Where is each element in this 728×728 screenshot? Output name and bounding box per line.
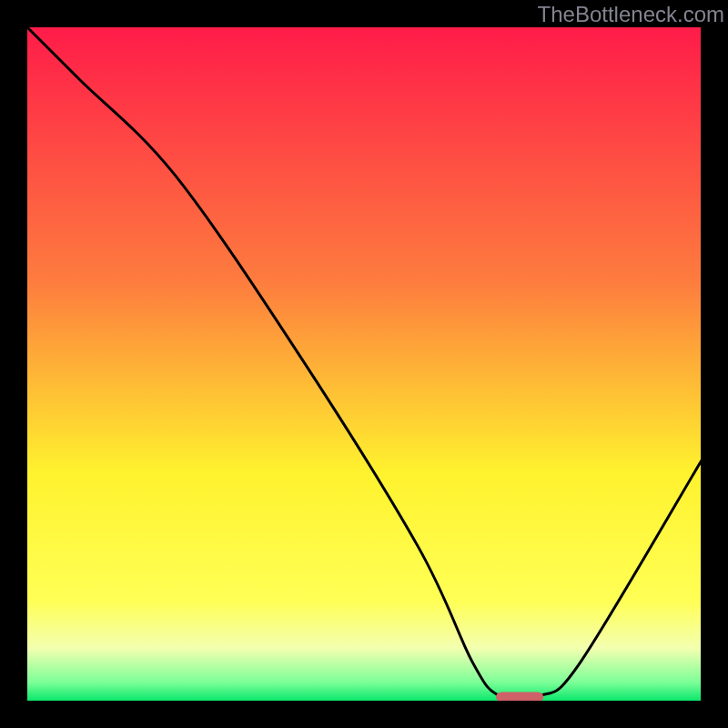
gradient-background [25,25,703,703]
watermark-text: TheBottleneck.com [538,2,724,26]
bottleneck-chart: TheBottleneck.com [0,0,728,728]
chart-svg: TheBottleneck.com [0,0,728,728]
optimal-marker [496,692,543,702]
